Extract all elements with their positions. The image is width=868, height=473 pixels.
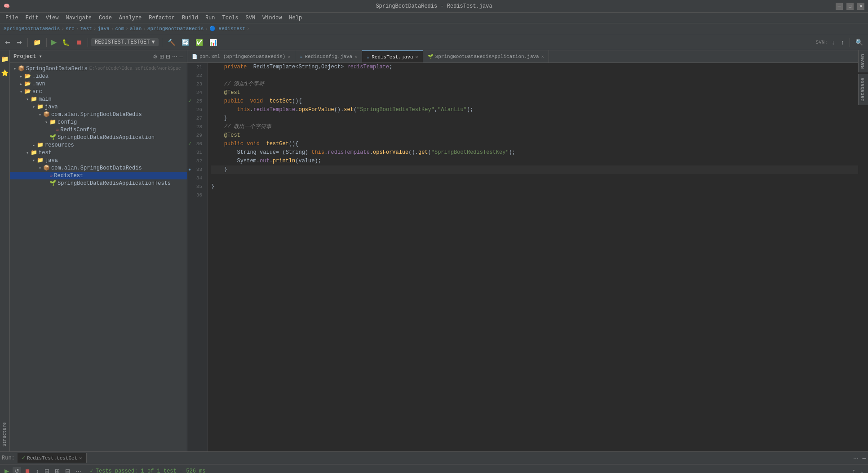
tree-item-resources[interactable]: ▸ 📁 resources [10, 141, 187, 149]
tree-label-com-alan: com.alan.SpringBootDataRedis [51, 112, 142, 118]
run-scroll-down-button[interactable]: ↓ [859, 467, 866, 473]
project-dropdown-icon[interactable]: ▾ [39, 53, 42, 60]
breadcrumb-com[interactable]: com [115, 26, 124, 31]
toolbar-debug-button[interactable]: 🐛 [60, 37, 72, 47]
project-close-button[interactable]: ─ [179, 54, 183, 60]
toolbar-svn-commit[interactable]: ↑ [839, 37, 846, 47]
toolbar-stop-button[interactable]: ⏹ [74, 37, 84, 47]
run-tab-close[interactable]: ✕ [79, 455, 82, 461]
sidebar-bookmark-icon[interactable]: ⭐ [0, 68, 10, 78]
tree-item-root[interactable]: ▾ 📦 SpringBootDataRedis E:\softCode\Idea… [10, 65, 187, 72]
tree-item-app-tests[interactable]: ▸ 🌱 SpringBootDataRedisApplicationTests [10, 179, 187, 187]
breadcrumb-alan[interactable]: alan [130, 26, 142, 31]
menu-window[interactable]: Window [259, 14, 285, 22]
menu-svn[interactable]: SVN [242, 14, 259, 22]
breadcrumb-java[interactable]: java [97, 26, 109, 31]
toolbar-svn-update[interactable]: ↓ [829, 37, 837, 47]
run-collapse-button[interactable]: ⊟ [63, 467, 72, 473]
folder-icon-resources: 📁 [37, 142, 44, 148]
project-expand-button[interactable]: ⊞ [159, 54, 164, 60]
maven-panel-tab[interactable]: Maven [858, 50, 868, 72]
menu-view[interactable]: View [42, 14, 62, 22]
tree-item-app[interactable]: ▸ 🌱 SpringBootDataRedisApplication [10, 134, 187, 141]
tree-item-redis-test[interactable]: ▸ ☕ RedisTest [10, 172, 187, 179]
run-rerun-failed-button[interactable]: ↺ [13, 467, 21, 473]
run-sort-button[interactable]: ↕ [34, 467, 41, 473]
toolbar-forward-button[interactable]: ➡ [14, 37, 24, 47]
run-scroll-up-button[interactable]: ↑ [850, 467, 857, 473]
menu-analyze[interactable]: Analyze [115, 14, 145, 22]
run-play-button[interactable]: ▶ [3, 467, 11, 473]
tab-close-springboot-app[interactable]: ✕ [541, 54, 544, 59]
tree-item-config[interactable]: ▾ 📁 config [10, 118, 187, 126]
toolbar-back-button[interactable]: ⬅ [3, 37, 13, 47]
tree-item-java-main[interactable]: ▾ 📁 java [10, 103, 187, 111]
run-tab-icon: ✓ [22, 455, 25, 461]
sidebar-project-icon[interactable]: 📁 [0, 54, 10, 64]
menu-refactor[interactable]: Refactor [145, 14, 178, 22]
tree-item-test[interactable]: ▾ 📁 test [10, 149, 187, 156]
run-panel-more-button[interactable]: ⋯ [853, 455, 859, 461]
tab-redis-config[interactable]: ☕ RedisConfig.java ✕ [295, 50, 362, 62]
tree-item-idea[interactable]: ▸ 📂 .idea [10, 72, 187, 80]
tree-item-src[interactable]: ▾ 📂 src [10, 88, 187, 95]
breadcrumb-package[interactable]: SpringBootDataRedis [147, 26, 204, 31]
tab-pom[interactable]: 📄 pom.xml (SpringBootDataRedis) ✕ [187, 50, 295, 62]
tab-springboot-app[interactable]: 🌱 SpringBootDataRedisApplication.java ✕ [423, 50, 549, 62]
breadcrumb-springboot[interactable]: SpringBootDataRedis [4, 26, 60, 31]
menu-code[interactable]: Code [95, 14, 115, 22]
toolbar-test-button[interactable]: ✅ [193, 37, 205, 47]
tree-label-java-main: java [45, 104, 58, 110]
folder-icon-root: 📦 [18, 65, 25, 72]
tree-item-com-alan-test[interactable]: ▾ 📦 com.alan.SpringBootDataRedis [10, 164, 187, 172]
tab-close-pom[interactable]: ✕ [288, 54, 290, 59]
tree-item-redis-config[interactable]: ▸ ☕ RedisConfig [10, 126, 187, 134]
toolbar-run-button[interactable]: ▶ [50, 36, 58, 48]
toolbar-rerun-button[interactable]: 🔄 [179, 37, 191, 47]
run-config-selector[interactable]: REDISTEST.TESTGET ▼ [91, 38, 159, 46]
tree-item-mvn[interactable]: ▸ 📂 .mvn [10, 80, 187, 88]
toolbar-search-button[interactable]: 🔍 [853, 37, 865, 47]
database-panel-tab[interactable]: Database [858, 74, 868, 105]
menu-run[interactable]: Run [202, 14, 219, 22]
project-collapse-button[interactable]: ⊟ [166, 54, 170, 60]
tab-close-redis-test[interactable]: ✕ [416, 54, 418, 60]
project-more-button[interactable]: ⋯ [172, 54, 177, 60]
run-more-button[interactable]: ⋯ [74, 467, 83, 473]
editor-area: 📄 pom.xml (SpringBootDataRedis) ✕ ☕ Redi… [187, 50, 858, 451]
toolbar-build-button[interactable]: 🔨 [165, 37, 177, 47]
tree-label-java-test: java [45, 157, 58, 164]
maximize-button[interactable]: □ [846, 3, 854, 10]
minimize-button[interactable]: ─ [836, 3, 843, 10]
breadcrumb-test[interactable]: test [80, 26, 92, 31]
tree-label-mvn: .mvn [32, 81, 45, 87]
breadcrumb-file[interactable]: 🔵 RedisTest [209, 26, 245, 31]
menu-file[interactable]: File [2, 14, 22, 22]
run-expand-button[interactable]: ⊞ [53, 467, 62, 473]
tree-item-main[interactable]: ▾ 📁 main [10, 95, 187, 103]
menu-navigate[interactable]: Navigate [62, 14, 95, 22]
tab-redis-test[interactable]: ☕ RedisTest.java ✕ [362, 50, 423, 62]
code-content[interactable]: private RedisTemplate<String,Object> red… [208, 63, 858, 451]
run-stop-button[interactable]: ⏹ [23, 467, 32, 473]
menu-tools[interactable]: Tools [219, 14, 242, 22]
toolbar-project-button[interactable]: 📁 [31, 37, 43, 47]
code-line-28: // 取出一个字符串 [211, 123, 858, 131]
sidebar-structure-icon[interactable]: Structure [1, 421, 9, 448]
tab-close-redis-config[interactable]: ✕ [354, 54, 357, 59]
project-settings-button[interactable]: ⚙ [153, 54, 158, 60]
code-editor[interactable]: 21 22 23 24 ✓ 25 26 27 28 29 ✓ 30 31 32 [187, 63, 858, 451]
main-content: 📁 ⭐ Structure Project ▾ ⚙ ⊞ ⊟ ⋯ ─ ▾ [0, 50, 868, 451]
breakpoint-icon-33: ● [188, 165, 191, 174]
close-button[interactable]: ✕ [857, 3, 864, 10]
run-tab-redis-test[interactable]: ✓ RedisTest.testGet ✕ [18, 453, 87, 463]
breadcrumb-src[interactable]: src [66, 26, 75, 31]
toolbar-coverage-button[interactable]: 📊 [207, 37, 219, 47]
menu-build[interactable]: Build [178, 14, 202, 22]
run-filter-button[interactable]: ⊟ [43, 467, 51, 473]
menu-edit[interactable]: Edit [22, 14, 42, 22]
menu-help[interactable]: Help [285, 14, 306, 22]
tree-item-com-alan[interactable]: ▾ 📦 com.alan.SpringBootDataRedis [10, 111, 187, 118]
tree-item-java-test[interactable]: ▾ 📁 java [10, 156, 187, 164]
run-panel-minimize-button[interactable]: ─ [862, 455, 866, 461]
